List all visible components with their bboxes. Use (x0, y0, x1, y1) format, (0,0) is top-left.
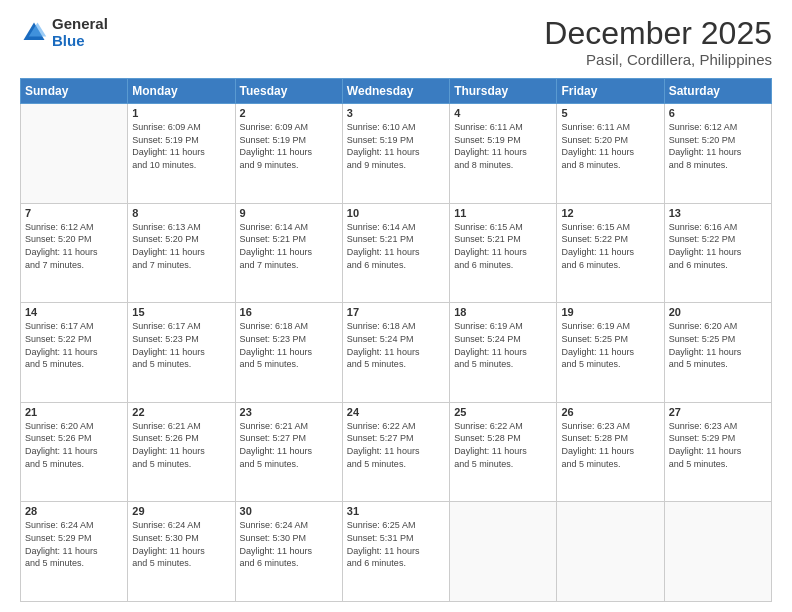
calendar-week-row: 1Sunrise: 6:09 AM Sunset: 5:19 PM Daylig… (21, 104, 772, 204)
calendar-week-row: 7Sunrise: 6:12 AM Sunset: 5:20 PM Daylig… (21, 203, 772, 303)
calendar-cell: 27Sunrise: 6:23 AM Sunset: 5:29 PM Dayli… (664, 402, 771, 502)
calendar-cell: 31Sunrise: 6:25 AM Sunset: 5:31 PM Dayli… (342, 502, 449, 602)
calendar-week-row: 28Sunrise: 6:24 AM Sunset: 5:29 PM Dayli… (21, 502, 772, 602)
calendar-col-header: Saturday (664, 79, 771, 104)
cell-info: Sunrise: 6:19 AM Sunset: 5:24 PM Dayligh… (454, 320, 552, 370)
cell-info: Sunrise: 6:23 AM Sunset: 5:29 PM Dayligh… (669, 420, 767, 470)
calendar-col-header: Wednesday (342, 79, 449, 104)
calendar-cell: 26Sunrise: 6:23 AM Sunset: 5:28 PM Dayli… (557, 402, 664, 502)
day-number: 26 (561, 406, 659, 418)
calendar-cell: 4Sunrise: 6:11 AM Sunset: 5:19 PM Daylig… (450, 104, 557, 204)
calendar-cell (557, 502, 664, 602)
day-number: 29 (132, 505, 230, 517)
calendar-cell: 7Sunrise: 6:12 AM Sunset: 5:20 PM Daylig… (21, 203, 128, 303)
calendar-cell: 28Sunrise: 6:24 AM Sunset: 5:29 PM Dayli… (21, 502, 128, 602)
cell-info: Sunrise: 6:12 AM Sunset: 5:20 PM Dayligh… (669, 121, 767, 171)
day-number: 30 (240, 505, 338, 517)
cell-info: Sunrise: 6:11 AM Sunset: 5:20 PM Dayligh… (561, 121, 659, 171)
cell-info: Sunrise: 6:24 AM Sunset: 5:30 PM Dayligh… (132, 519, 230, 569)
calendar-cell: 29Sunrise: 6:24 AM Sunset: 5:30 PM Dayli… (128, 502, 235, 602)
cell-info: Sunrise: 6:09 AM Sunset: 5:19 PM Dayligh… (132, 121, 230, 171)
calendar-cell: 15Sunrise: 6:17 AM Sunset: 5:23 PM Dayli… (128, 303, 235, 403)
day-number: 23 (240, 406, 338, 418)
calendar-cell: 20Sunrise: 6:20 AM Sunset: 5:25 PM Dayli… (664, 303, 771, 403)
calendar-title: December 2025 (544, 16, 772, 51)
header: General Blue December 2025 Pasil, Cordil… (20, 16, 772, 68)
calendar-col-header: Sunday (21, 79, 128, 104)
day-number: 7 (25, 207, 123, 219)
cell-info: Sunrise: 6:23 AM Sunset: 5:28 PM Dayligh… (561, 420, 659, 470)
calendar-cell: 14Sunrise: 6:17 AM Sunset: 5:22 PM Dayli… (21, 303, 128, 403)
cell-info: Sunrise: 6:18 AM Sunset: 5:24 PM Dayligh… (347, 320, 445, 370)
day-number: 31 (347, 505, 445, 517)
calendar-cell (450, 502, 557, 602)
cell-info: Sunrise: 6:20 AM Sunset: 5:26 PM Dayligh… (25, 420, 123, 470)
day-number: 20 (669, 306, 767, 318)
calendar-cell: 16Sunrise: 6:18 AM Sunset: 5:23 PM Dayli… (235, 303, 342, 403)
calendar-cell: 18Sunrise: 6:19 AM Sunset: 5:24 PM Dayli… (450, 303, 557, 403)
cell-info: Sunrise: 6:21 AM Sunset: 5:27 PM Dayligh… (240, 420, 338, 470)
day-number: 15 (132, 306, 230, 318)
cell-info: Sunrise: 6:09 AM Sunset: 5:19 PM Dayligh… (240, 121, 338, 171)
calendar-cell: 2Sunrise: 6:09 AM Sunset: 5:19 PM Daylig… (235, 104, 342, 204)
day-number: 16 (240, 306, 338, 318)
calendar-cell: 3Sunrise: 6:10 AM Sunset: 5:19 PM Daylig… (342, 104, 449, 204)
day-number: 6 (669, 107, 767, 119)
cell-info: Sunrise: 6:15 AM Sunset: 5:22 PM Dayligh… (561, 221, 659, 271)
logo-blue-text: Blue (52, 33, 108, 50)
logo-icon (20, 19, 48, 47)
calendar-cell: 9Sunrise: 6:14 AM Sunset: 5:21 PM Daylig… (235, 203, 342, 303)
day-number: 3 (347, 107, 445, 119)
calendar-table: SundayMondayTuesdayWednesdayThursdayFrid… (20, 78, 772, 602)
calendar-week-row: 21Sunrise: 6:20 AM Sunset: 5:26 PM Dayli… (21, 402, 772, 502)
cell-info: Sunrise: 6:21 AM Sunset: 5:26 PM Dayligh… (132, 420, 230, 470)
day-number: 13 (669, 207, 767, 219)
day-number: 2 (240, 107, 338, 119)
logo-text: General Blue (52, 16, 108, 49)
calendar-cell: 12Sunrise: 6:15 AM Sunset: 5:22 PM Dayli… (557, 203, 664, 303)
calendar-header-row: SundayMondayTuesdayWednesdayThursdayFrid… (21, 79, 772, 104)
cell-info: Sunrise: 6:14 AM Sunset: 5:21 PM Dayligh… (347, 221, 445, 271)
cell-info: Sunrise: 6:11 AM Sunset: 5:19 PM Dayligh… (454, 121, 552, 171)
calendar-cell: 8Sunrise: 6:13 AM Sunset: 5:20 PM Daylig… (128, 203, 235, 303)
page: General Blue December 2025 Pasil, Cordil… (0, 0, 792, 612)
calendar-cell: 6Sunrise: 6:12 AM Sunset: 5:20 PM Daylig… (664, 104, 771, 204)
day-number: 5 (561, 107, 659, 119)
title-block: December 2025 Pasil, Cordillera, Philipp… (544, 16, 772, 68)
day-number: 1 (132, 107, 230, 119)
day-number: 28 (25, 505, 123, 517)
cell-info: Sunrise: 6:14 AM Sunset: 5:21 PM Dayligh… (240, 221, 338, 271)
cell-info: Sunrise: 6:17 AM Sunset: 5:22 PM Dayligh… (25, 320, 123, 370)
calendar-cell (21, 104, 128, 204)
cell-info: Sunrise: 6:12 AM Sunset: 5:20 PM Dayligh… (25, 221, 123, 271)
calendar-week-row: 14Sunrise: 6:17 AM Sunset: 5:22 PM Dayli… (21, 303, 772, 403)
calendar-cell: 22Sunrise: 6:21 AM Sunset: 5:26 PM Dayli… (128, 402, 235, 502)
day-number: 24 (347, 406, 445, 418)
calendar-cell: 17Sunrise: 6:18 AM Sunset: 5:24 PM Dayli… (342, 303, 449, 403)
cell-info: Sunrise: 6:22 AM Sunset: 5:27 PM Dayligh… (347, 420, 445, 470)
day-number: 18 (454, 306, 552, 318)
cell-info: Sunrise: 6:22 AM Sunset: 5:28 PM Dayligh… (454, 420, 552, 470)
cell-info: Sunrise: 6:17 AM Sunset: 5:23 PM Dayligh… (132, 320, 230, 370)
cell-info: Sunrise: 6:24 AM Sunset: 5:30 PM Dayligh… (240, 519, 338, 569)
calendar-cell: 30Sunrise: 6:24 AM Sunset: 5:30 PM Dayli… (235, 502, 342, 602)
day-number: 27 (669, 406, 767, 418)
calendar-cell: 21Sunrise: 6:20 AM Sunset: 5:26 PM Dayli… (21, 402, 128, 502)
day-number: 22 (132, 406, 230, 418)
calendar-cell: 23Sunrise: 6:21 AM Sunset: 5:27 PM Dayli… (235, 402, 342, 502)
calendar-cell: 1Sunrise: 6:09 AM Sunset: 5:19 PM Daylig… (128, 104, 235, 204)
cell-info: Sunrise: 6:19 AM Sunset: 5:25 PM Dayligh… (561, 320, 659, 370)
day-number: 17 (347, 306, 445, 318)
logo: General Blue (20, 16, 108, 49)
cell-info: Sunrise: 6:15 AM Sunset: 5:21 PM Dayligh… (454, 221, 552, 271)
cell-info: Sunrise: 6:24 AM Sunset: 5:29 PM Dayligh… (25, 519, 123, 569)
calendar-cell: 10Sunrise: 6:14 AM Sunset: 5:21 PM Dayli… (342, 203, 449, 303)
day-number: 25 (454, 406, 552, 418)
day-number: 19 (561, 306, 659, 318)
day-number: 21 (25, 406, 123, 418)
calendar-col-header: Tuesday (235, 79, 342, 104)
cell-info: Sunrise: 6:20 AM Sunset: 5:25 PM Dayligh… (669, 320, 767, 370)
day-number: 9 (240, 207, 338, 219)
day-number: 11 (454, 207, 552, 219)
calendar-col-header: Friday (557, 79, 664, 104)
